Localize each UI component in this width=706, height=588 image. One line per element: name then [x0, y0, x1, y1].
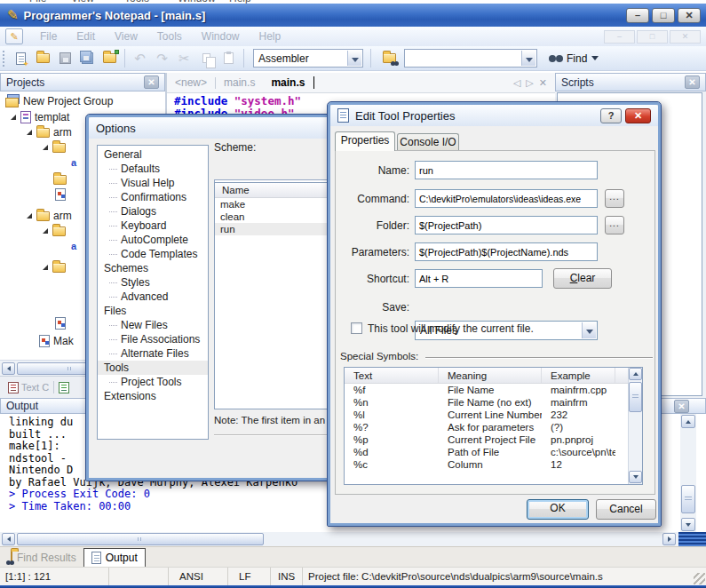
tree-item-folder[interactable]: arm	[27, 125, 72, 139]
tab-console-io[interactable]: Console I/O	[397, 133, 459, 151]
scroll-thumb[interactable]	[629, 382, 642, 412]
tree-item-file[interactable]	[55, 187, 69, 202]
options-category-tree[interactable]: General Defaults Visual Help Confirmatio…	[97, 145, 209, 440]
dialog-close-button[interactable]: ✕	[625, 108, 651, 123]
scroll-down-icon[interactable]	[629, 471, 642, 483]
scripts-close-icon[interactable]: ✕	[685, 75, 700, 89]
undo-button[interactable]: ↶	[129, 49, 151, 68]
tree-item-project-group[interactable]: New Project Group	[5, 94, 113, 108]
column-header-example[interactable]: Example	[542, 368, 615, 383]
shortcut-input[interactable]: Alt + R	[415, 269, 543, 288]
menu-edit[interactable]: Edit	[67, 30, 105, 43]
tab-find-results[interactable]: Find Results	[4, 548, 83, 567]
menu-help[interactable]: Help	[250, 30, 291, 43]
expand-triangle-icon[interactable]	[27, 213, 32, 219]
scroll-right-icon[interactable]	[662, 533, 676, 545]
search-combobox[interactable]	[404, 49, 537, 68]
splitter-grip[interactable]	[678, 532, 706, 546]
options-tree-item[interactable]: File Associations	[98, 332, 208, 346]
parameters-input[interactable]: $(ProjectPath)$(ProjectName).nds	[415, 242, 598, 261]
clear-button[interactable]: Clear	[553, 268, 612, 289]
expand-triangle-icon[interactable]	[43, 145, 48, 150]
modify-file-checkbox[interactable]	[351, 322, 362, 334]
tab-main-s[interactable]: main.s	[216, 76, 263, 89]
expand-triangle-icon[interactable]	[11, 115, 16, 120]
special-symbols-table[interactable]: Text Meaning Example %fFile Namemainfrm.…	[344, 367, 643, 485]
cut-button[interactable]: ✂	[173, 49, 195, 68]
paste-button[interactable]	[218, 49, 240, 68]
options-tree-item[interactable]: Extensions	[98, 389, 208, 403]
tool-dialog-titlebar[interactable]: Edit Tool Properties ? ✕	[330, 105, 658, 126]
tree-item-project[interactable]: templat	[11, 110, 69, 124]
chevron-down-icon[interactable]	[582, 322, 596, 338]
tree-item-file[interactable]: a	[71, 155, 76, 170]
options-tree-item[interactable]: Schemes	[98, 261, 208, 275]
options-tree-item[interactable]: Confirmations	[98, 190, 208, 204]
find-dropdown-caret-icon[interactable]	[591, 56, 599, 64]
chevron-down-icon[interactable]	[521, 51, 535, 66]
symbols-vscrollbar[interactable]	[628, 368, 642, 484]
column-header-meaning[interactable]: Meaning	[439, 368, 542, 383]
maximize-button[interactable]: □	[652, 8, 675, 23]
browse-command-button[interactable]: ...	[605, 189, 624, 208]
command-input[interactable]: C:\devkitPro\emulators\ideas\ideas.exe	[415, 189, 598, 208]
find-button-icon-part[interactable]	[544, 49, 567, 68]
options-tree-item[interactable]: Files	[98, 304, 208, 318]
scroll-down-icon[interactable]	[681, 518, 695, 531]
folder-input[interactable]: $(ProjectPath)	[415, 216, 598, 234]
tab-main-s-active[interactable]: main.s	[263, 76, 313, 89]
copy-button[interactable]	[195, 49, 218, 68]
scroll-left-icon[interactable]	[2, 533, 15, 545]
tree-item-file[interactable]	[55, 316, 69, 330]
new-file-button[interactable]: ✦	[10, 49, 32, 68]
options-tree-item[interactable]: Advanced	[98, 290, 208, 304]
resize-grip[interactable]	[694, 573, 705, 584]
scheme-combobox[interactable]: Assembler	[253, 49, 363, 68]
redo-button[interactable]: ↷	[151, 49, 173, 68]
find-button[interactable]: Find	[567, 52, 587, 65]
expand-triangle-icon[interactable]	[27, 130, 32, 135]
tree-item-folder[interactable]	[43, 224, 69, 238]
options-tree-item[interactable]: New Files	[98, 318, 208, 332]
output-hscrollbar[interactable]	[0, 532, 678, 546]
options-tree-item[interactable]: AutoComplete	[98, 233, 208, 247]
tree-item-folder[interactable]	[43, 140, 69, 155]
options-tree-item[interactable]: Keyboard	[98, 219, 208, 233]
tree-item-file[interactable]: a	[71, 239, 76, 253]
tab-text-clips[interactable]: Text C	[4, 380, 53, 395]
tree-item-folder[interactable]	[43, 260, 69, 274]
options-tree-item[interactable]: Alternate Files	[98, 346, 208, 361]
options-tree-item-selected[interactable]: Tools	[98, 361, 208, 375]
options-tree-item[interactable]: Styles	[98, 275, 208, 290]
scroll-thumb[interactable]	[17, 533, 264, 545]
scroll-left-icon[interactable]	[2, 362, 15, 375]
scroll-up-icon[interactable]	[681, 415, 695, 428]
menu-window[interactable]: Window	[192, 30, 250, 43]
options-tree-item[interactable]: Dialogs	[98, 204, 208, 219]
output-close-icon[interactable]: ✕	[674, 400, 689, 413]
expand-triangle-icon[interactable]	[43, 228, 48, 234]
scroll-thumb[interactable]	[681, 485, 695, 513]
tab-projects-icon-only[interactable]	[54, 380, 74, 395]
tab-output[interactable]: Output	[83, 548, 146, 567]
minimize-button[interactable]: –	[626, 8, 649, 23]
tab-new[interactable]: <new>	[167, 76, 215, 89]
column-header-text[interactable]: Text	[345, 368, 439, 383]
scroll-up-icon[interactable]	[629, 368, 642, 380]
help-button[interactable]: ?	[600, 108, 622, 123]
output-vscrollbar[interactable]	[680, 414, 696, 532]
tab-scroll-left-icon[interactable]: ◁	[511, 77, 523, 89]
cancel-button[interactable]: Cancel	[596, 499, 656, 520]
tree-item-makefile[interactable]: Mak	[39, 334, 74, 348]
toolbar-grip[interactable]	[3, 51, 6, 67]
open-project-button[interactable]	[99, 49, 121, 68]
options-tree-item[interactable]: Project Tools	[98, 375, 208, 389]
browse-folder-button[interactable]: ...	[605, 216, 624, 234]
tree-item-folder[interactable]	[53, 172, 70, 187]
chevron-down-icon[interactable]	[347, 51, 361, 66]
menu-view[interactable]: View	[105, 30, 147, 43]
close-button[interactable]: ✕	[678, 8, 701, 23]
open-file-button[interactable]	[32, 49, 54, 68]
tab-scroll-right-icon[interactable]: ▷	[523, 77, 535, 89]
expand-triangle-icon[interactable]	[43, 265, 48, 270]
